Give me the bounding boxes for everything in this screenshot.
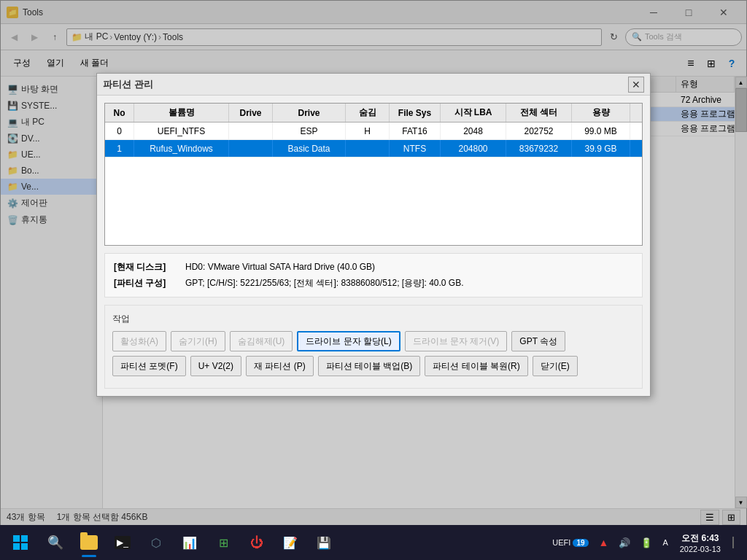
dialog-title-bar: 파티션 관리 ✕ xyxy=(97,74,650,96)
pt-row1-volume: Rufus_Windows xyxy=(134,140,229,157)
battery-tray[interactable]: 🔋 xyxy=(638,536,655,550)
unhide-button[interactable]: 숨김해제(U) xyxy=(230,331,293,351)
volume-icon: 🔊 xyxy=(619,537,630,548)
clock[interactable]: 오전 6:43 2022-03-13 xyxy=(676,531,725,555)
windows-logo-icon xyxy=(13,535,28,550)
taskbar-settings[interactable]: ⊞ xyxy=(207,526,239,559)
close-button-dialog[interactable]: 닫기(E) xyxy=(533,356,578,376)
dialog-close-button[interactable]: ✕ xyxy=(628,77,644,93)
hide-button[interactable]: 숨기기(H) xyxy=(171,331,225,351)
clock-date: 2022-03-13 xyxy=(680,545,721,553)
repartition-button[interactable]: 재 파티션 (P) xyxy=(246,356,314,376)
partition-row-1[interactable]: 1 Rufus_Windows Basic Data NTFS 204800 8… xyxy=(105,140,642,158)
folder-icon xyxy=(80,534,98,551)
search-icon: 🔍 xyxy=(47,534,64,551)
pt-row0-no: 0 xyxy=(105,122,134,139)
remove-drive-letter-button[interactable]: 드라이브 문자 제거(V) xyxy=(405,331,508,351)
taskbar: 🔍 ▶_ ⬡ 📊 ⊞ ⏻ 📝 💾 UEFI 19 ▲ xyxy=(0,525,747,560)
uefi-label: UEFI xyxy=(552,538,570,547)
vmware-icon: ⬡ xyxy=(147,534,165,551)
pt-col-drive2: Drive xyxy=(273,104,346,122)
taskbar-explorer[interactable] xyxy=(73,526,105,559)
uefi-tray[interactable]: UEFI 19 xyxy=(549,537,591,548)
taskbar-power[interactable]: ⏻ xyxy=(241,526,273,559)
current-disk-value: HD0: VMware Virtual SATA Hard Drive (40.… xyxy=(185,260,375,276)
battery-icon: 🔋 xyxy=(640,537,652,548)
pt-col-drive1: Drive xyxy=(229,104,273,122)
pt-col-volume: 볼륨명 xyxy=(134,104,229,122)
dialog-title: 파티션 관리 xyxy=(103,78,628,91)
pt-row1-drive1 xyxy=(229,140,273,157)
actions-row-1: 활성화(A) 숨기기(H) 숨김해제(U) 드라이브 문자 할당(L) 드라이브… xyxy=(112,331,635,351)
actions-label: 작업 xyxy=(112,313,635,325)
pt-row0-size: 99.0 MB xyxy=(572,122,630,139)
pt-row0-drive1 xyxy=(229,122,273,139)
actions-section: 작업 활성화(A) 숨기기(H) 숨김해제(U) 드라이브 문자 할당(L) 드… xyxy=(104,305,643,389)
show-desktop[interactable] xyxy=(729,535,741,550)
restore-partition-table-button[interactable]: 파티션 테이블 복원(R) xyxy=(425,356,527,376)
partition-dialog: 파티션 관리 ✕ No 볼륨명 Drive Drive 숨김 File Sys … xyxy=(96,73,651,397)
keyboard-tray[interactable]: A xyxy=(659,537,670,548)
partition-config-value: GPT; [C/H/S]: 5221/255/63; [전체 섹터]: 8388… xyxy=(185,276,464,292)
pt-row0-drive2: ESP xyxy=(273,122,346,139)
pt-row1-start-lba: 204800 xyxy=(441,140,506,157)
pt-row0-volume: UEFI_NTFS xyxy=(134,122,229,139)
taskbar-taskmgr[interactable]: 📊 xyxy=(174,526,206,559)
gpt-properties-button[interactable]: GPT 속성 xyxy=(511,331,565,351)
current-disk-label: [현재 디스크] xyxy=(114,260,179,276)
power-icon: ⏻ xyxy=(248,534,266,551)
partition-config-label: [파티션 구성] xyxy=(114,276,179,292)
actions-row-2: 파티션 포멧(F) U+ V2(2) 재 파티션 (P) 파티션 테이블 백업(… xyxy=(112,356,635,376)
taskbar-notes[interactable]: 📝 xyxy=(274,526,306,559)
backup-partition-table-button[interactable]: 파티션 테이블 백업(B) xyxy=(318,356,421,376)
pt-row0-total-sectors: 202752 xyxy=(506,122,572,139)
clock-time: 오전 6:43 xyxy=(680,532,721,545)
start-button[interactable] xyxy=(3,525,38,560)
dialog-overlay: 파티션 관리 ✕ No 볼륨명 Drive Drive 숨김 File Sys … xyxy=(0,0,747,525)
pt-col-filesystem: File Sys xyxy=(390,104,441,122)
network-tray[interactable]: ▲ xyxy=(596,535,612,550)
keyboard-label: A xyxy=(662,538,667,547)
format-partition-button[interactable]: 파티션 포멧(F) xyxy=(112,356,186,376)
pt-row1-no: 1 xyxy=(105,140,134,157)
pt-row1-hidden xyxy=(346,140,390,157)
taskbar-bootice[interactable]: 💾 xyxy=(308,526,340,559)
pt-row1-drive2: Basic Data xyxy=(273,140,346,157)
pt-col-no: No xyxy=(105,104,134,122)
notes-icon: 📝 xyxy=(282,534,299,551)
taskmgr-icon: 📊 xyxy=(181,534,198,551)
taskbar-terminal[interactable]: ▶_ xyxy=(107,526,139,559)
activate-button[interactable]: 활성화(A) xyxy=(112,331,166,351)
pt-col-size: 용량 xyxy=(572,104,630,122)
settings-icon: ⊞ xyxy=(214,534,232,551)
assign-drive-letter-button[interactable]: 드라이브 문자 할당(L) xyxy=(297,331,400,351)
pt-row0-start-lba: 2048 xyxy=(441,122,506,139)
partition-table-wrapper: No 볼륨명 Drive Drive 숨김 File Sys 시작 LBA 전체… xyxy=(104,103,643,246)
pt-col-total-sectors: 전체 섹터 xyxy=(506,104,572,122)
pt-row0-filesystem: FAT16 xyxy=(390,122,441,139)
network-icon: ▲ xyxy=(599,537,609,548)
disk-info-row2: [파티션 구성] GPT; [C/H/S]: 5221/255/63; [전체 … xyxy=(114,276,633,292)
bootice-icon: 💾 xyxy=(315,534,333,551)
volume-tray[interactable]: 🔊 xyxy=(616,536,633,550)
partition-row-0[interactable]: 0 UEFI_NTFS ESP H FAT16 2048 202752 99.0… xyxy=(105,122,642,140)
dialog-body: No 볼륨명 Drive Drive 숨김 File Sys 시작 LBA 전체… xyxy=(97,96,650,396)
u-plus-v2-button[interactable]: U+ V2(2) xyxy=(190,356,241,376)
system-tray: UEFI 19 ▲ 🔊 🔋 A 오전 6:43 2022-03-13 xyxy=(549,531,744,555)
uefi-badge: 19 xyxy=(573,539,588,547)
pt-col-start-lba: 시작 LBA xyxy=(441,104,506,122)
disk-info-section: [현재 디스크] HD0: VMware Virtual SATA Hard D… xyxy=(104,253,643,298)
partition-table-header: No 볼륨명 Drive Drive 숨김 File Sys 시작 LBA 전체… xyxy=(105,104,642,122)
terminal-icon: ▶_ xyxy=(115,536,131,549)
show-desktop-icon xyxy=(732,537,738,548)
pt-row0-hidden: H xyxy=(346,122,390,139)
pt-row1-filesystem: NTFS xyxy=(390,140,441,157)
pt-row1-size: 39.9 GB xyxy=(572,140,630,157)
pt-col-hidden: 숨김 xyxy=(346,104,390,122)
taskbar-search[interactable]: 🔍 xyxy=(39,526,71,559)
disk-info-row1: [현재 디스크] HD0: VMware Virtual SATA Hard D… xyxy=(114,260,633,276)
partition-table-empty xyxy=(105,158,642,245)
taskbar-vmware[interactable]: ⬡ xyxy=(140,526,172,559)
pt-row1-total-sectors: 83679232 xyxy=(506,140,572,157)
